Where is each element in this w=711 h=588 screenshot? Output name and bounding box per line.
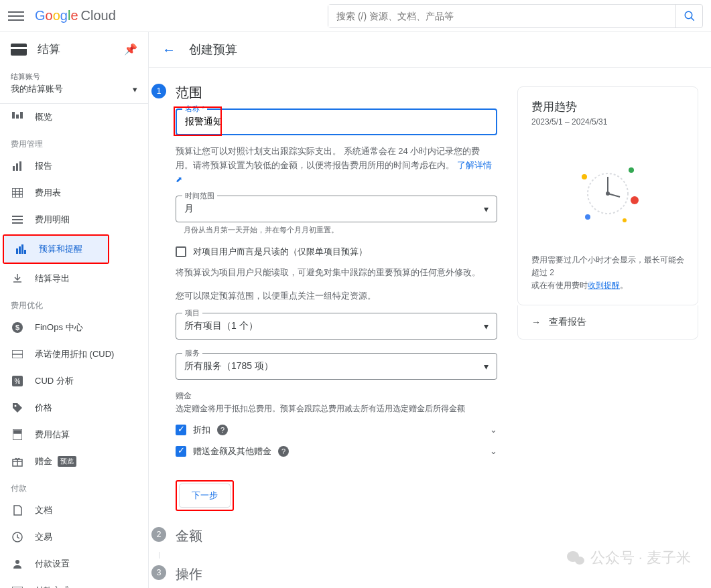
page-header: ← 创建预算 <box>149 32 711 68</box>
section-payment: 付款 <box>0 475 148 497</box>
help-icon[interactable]: ? <box>278 446 289 457</box>
step-3-header[interactable]: 3 操作 <box>149 565 497 583</box>
sidebar-item-pricing[interactable]: 价格 <box>0 394 148 421</box>
nav-label: FinOps 中心 <box>35 321 83 334</box>
dollar-icon: $ <box>11 321 24 334</box>
svg-point-41 <box>629 167 634 173</box>
svg-rect-16 <box>16 248 18 254</box>
sidebar-item-payment-method[interactable]: 付款方式 <box>0 577 148 588</box>
step-1-title: 范围 <box>176 84 202 102</box>
promo-row: 赠送金额及其他赠金 ? ⌄ <box>176 445 497 457</box>
next-button[interactable]: 下一步 <box>179 484 231 508</box>
back-arrow-icon[interactable]: ← <box>162 42 176 58</box>
step-connector <box>159 552 497 559</box>
clock-illustration <box>568 153 648 234</box>
sidebar-item-export[interactable]: 结算导出 <box>0 265 148 292</box>
menu-icon[interactable] <box>8 8 24 24</box>
sidebar-header: 结算 📌 <box>0 32 148 66</box>
step-2-title: 金额 <box>176 527 202 545</box>
pin-icon[interactable]: 📌 <box>124 43 137 56</box>
discount-checkbox[interactable] <box>176 425 186 435</box>
svg-line-1 <box>691 17 694 21</box>
project-select[interactable]: 项目 所有项目（1 个） ▾ <box>176 313 497 340</box>
alert-link[interactable]: 收到提醒 <box>588 281 620 290</box>
section-cost-opt: 费用优化 <box>0 292 148 314</box>
service-value: 所有服务（1785 项） <box>184 360 273 372</box>
document-icon <box>11 504 24 517</box>
credits-section-label: 赠金 <box>176 390 497 402</box>
svg-rect-18 <box>21 244 23 254</box>
name-field-wrap: 名称 * <box>176 108 497 135</box>
export-icon <box>11 272 24 285</box>
name-label: 名称 * <box>182 104 207 114</box>
chevron-down-icon[interactable]: ⌄ <box>490 425 497 435</box>
sidebar-item-payment-settings[interactable]: 付款设置 <box>0 550 148 577</box>
step-3-title: 操作 <box>176 565 202 583</box>
learn-more-link[interactable]: 了解详情 <box>457 160 492 170</box>
chevron-down-icon[interactable]: ⌄ <box>490 446 497 456</box>
account-label: 结算账号 <box>11 72 137 82</box>
help-icon[interactable]: ? <box>217 425 228 435</box>
trend-note: 费用需要过几个小时才会显示，最长可能会超过 2 或在有使用费时收到提醒。 <box>531 254 684 293</box>
credits-section-desc: 选定赠金将用于抵扣总费用。预算会跟踪总费用减去所有适用选定赠金后所得金额 <box>176 403 497 415</box>
billing-icon <box>11 44 27 56</box>
sidebar-item-docs[interactable]: 文档 <box>0 497 148 524</box>
svg-rect-3 <box>16 115 19 119</box>
time-range-helper: 月份从当月第一天开始，并在每个月月初重置。 <box>184 225 497 235</box>
budget-icon <box>15 242 28 256</box>
account-value: 我的结算账号 <box>11 83 63 95</box>
name-input[interactable] <box>176 108 497 135</box>
step-1-header: 1 范围 <box>149 84 497 102</box>
external-link-icon: ⬈ <box>176 175 182 184</box>
logo[interactable]: GoogleCloud <box>35 8 116 23</box>
svg-point-40 <box>582 174 587 179</box>
sidebar-item-cost-table[interactable]: 费用表 <box>0 179 148 206</box>
readonly-desc: 将预算设为项目用户只能读取，可避免对集中跟踪的重要预算的任何意外修改。 <box>176 266 497 280</box>
nav-label: 费用明细 <box>35 214 70 226</box>
promo-checkbox[interactable] <box>176 446 186 457</box>
sidebar-item-finops[interactable]: $ FinOps 中心 <box>0 314 148 341</box>
sidebar-item-cost-est[interactable]: 费用估算 <box>0 421 148 448</box>
main-area: ← 创建预算 1 范围 名称 * <box>149 32 711 588</box>
search-input[interactable] <box>328 5 675 27</box>
trend-title: 费用趋势 <box>531 99 684 115</box>
calculator-icon <box>11 428 24 441</box>
sidebar-item-overview[interactable]: 概览 <box>0 104 148 131</box>
service-select[interactable]: 服务 所有服务（1785 项） ▾ <box>176 353 497 380</box>
step-1-number: 1 <box>151 84 166 98</box>
svg-point-42 <box>631 196 639 204</box>
svg-point-39 <box>606 192 610 196</box>
svg-rect-14 <box>12 219 23 220</box>
arrow-right-icon: → <box>531 317 541 327</box>
preview-badge: 预览 <box>58 456 76 467</box>
readonly-checkbox[interactable] <box>176 246 186 257</box>
scope-desc: 您可以限定预算范围，以便重点关注一组特定资源。 <box>176 289 497 303</box>
promo-label: 赠送金额及其他赠金 <box>193 445 271 457</box>
view-report-link[interactable]: → 查看报告 <box>517 305 698 340</box>
sidebar-item-cud-analysis[interactable]: % CUD 分析 <box>0 368 148 394</box>
time-range-select[interactable]: 时间范围 月 ▾ <box>176 196 497 222</box>
svg-point-26 <box>15 405 17 407</box>
svg-point-43 <box>585 214 590 220</box>
section-cost-mgmt: 费用管理 <box>0 131 148 153</box>
step-2-header[interactable]: 2 金额 <box>149 527 497 545</box>
nav-label: 结算导出 <box>35 273 70 285</box>
dashboard-icon <box>11 111 24 124</box>
chevron-down-icon: ▾ <box>484 361 489 372</box>
discount-row: 折扣 ? ⌄ <box>176 424 497 436</box>
step-2-number: 2 <box>151 527 166 542</box>
sidebar-item-cud[interactable]: 承诺使用折扣 (CUD) <box>0 341 148 368</box>
nav-label: 付款设置 <box>35 558 70 570</box>
list-icon <box>11 213 24 226</box>
sidebar: 结算 📌 结算账号 我的结算账号 ▾ 概览 费用管理 报告 费用表 费用明细 <box>0 32 149 588</box>
sidebar-item-transactions[interactable]: 交易 <box>0 524 148 550</box>
account-selector[interactable]: 结算账号 我的结算账号 ▾ <box>0 66 148 104</box>
search-button[interactable] <box>675 5 702 27</box>
sidebar-item-budgets[interactable]: 预算和提醒 <box>4 236 108 263</box>
view-report-label: 查看报告 <box>549 316 586 328</box>
wechat-icon <box>566 550 585 566</box>
discount-label: 折扣 <box>193 424 210 436</box>
sidebar-item-cost-breakdown[interactable]: 费用明细 <box>0 206 148 233</box>
sidebar-item-credits[interactable]: 赠金 预览 <box>0 448 148 475</box>
sidebar-item-reports[interactable]: 报告 <box>0 153 148 179</box>
